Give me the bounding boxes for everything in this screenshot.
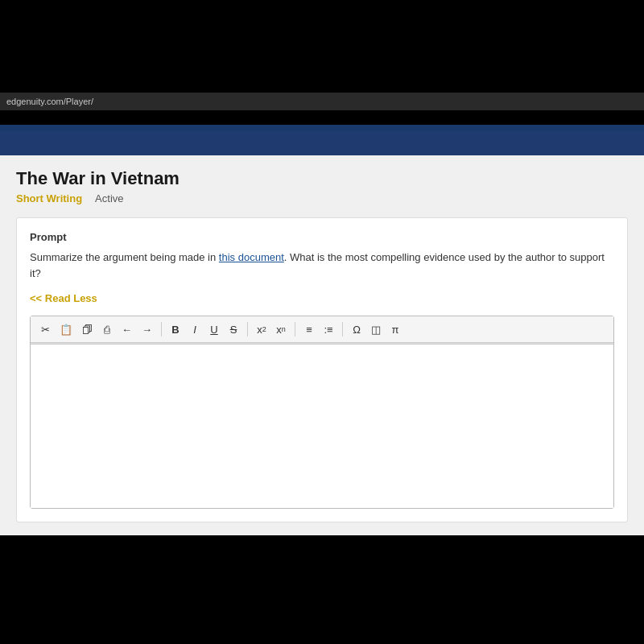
assignment-type-label: Short Writing	[16, 192, 82, 204]
ordered-list-button[interactable]: ≡	[301, 320, 317, 338]
math-button[interactable]: π	[387, 320, 403, 338]
superscript-button[interactable]: xn	[273, 320, 289, 338]
undo-button[interactable]: ←	[118, 320, 135, 338]
browser-bar: edgenuity.com/Player/	[0, 93, 644, 110]
page-title: The War in Vietnam	[16, 168, 628, 189]
prompt-text: Summarize the argument being made in thi…	[30, 250, 614, 281]
cut-button[interactable]: ✂	[37, 320, 53, 338]
meta-row: Short Writing Active	[16, 192, 628, 204]
prompt-card: Prompt Summarize the argument being made…	[16, 217, 628, 522]
editor-container: ✂ 📋 🗍 ⎙ ← → B I U S x2 xn ≡ :≡ Ω ◫	[30, 316, 614, 509]
unordered-list-button[interactable]: :≡	[320, 320, 336, 338]
editor-textarea[interactable]	[31, 344, 613, 505]
prompt-heading: Prompt	[30, 231, 614, 243]
document-link[interactable]: this document	[219, 251, 284, 263]
dark-nav-bar	[0, 131, 644, 155]
strikethrough-button[interactable]: S	[225, 320, 242, 338]
toolbar-separator-4	[342, 322, 343, 336]
italic-button[interactable]: I	[187, 320, 203, 338]
prompt-text-before-link: Summarize the argument being made in	[30, 251, 219, 263]
toolbar-separator-2	[247, 322, 248, 336]
underline-button[interactable]: U	[206, 320, 222, 338]
browser-url: edgenuity.com/Player/	[6, 97, 93, 106]
copy-button[interactable]: 📋	[56, 320, 76, 338]
subscript-button[interactable]: x2	[254, 320, 270, 338]
table-button[interactable]: ◫	[368, 320, 384, 338]
special-char-button[interactable]: Ω	[349, 320, 365, 338]
editor-toolbar: ✂ 📋 🗍 ⎙ ← → B I U S x2 xn ≡ :≡ Ω ◫	[31, 316, 613, 343]
editor-area	[31, 343, 613, 508]
status-badge: Active	[95, 192, 123, 204]
redo-button[interactable]: →	[138, 320, 155, 338]
bold-button[interactable]: B	[167, 320, 184, 338]
blue-header-bar	[0, 125, 644, 131]
toolbar-separator-3	[295, 322, 295, 336]
toolbar-separator-1	[161, 322, 162, 336]
read-less-link[interactable]: << Read Less	[30, 292, 97, 304]
top-black-area: edgenuity.com/Player/	[0, 0, 644, 125]
main-content: The War in Vietnam Short Writing Active …	[0, 155, 644, 535]
paste-button[interactable]: 🗍	[79, 320, 96, 338]
paste-text-button[interactable]: ⎙	[99, 320, 115, 338]
